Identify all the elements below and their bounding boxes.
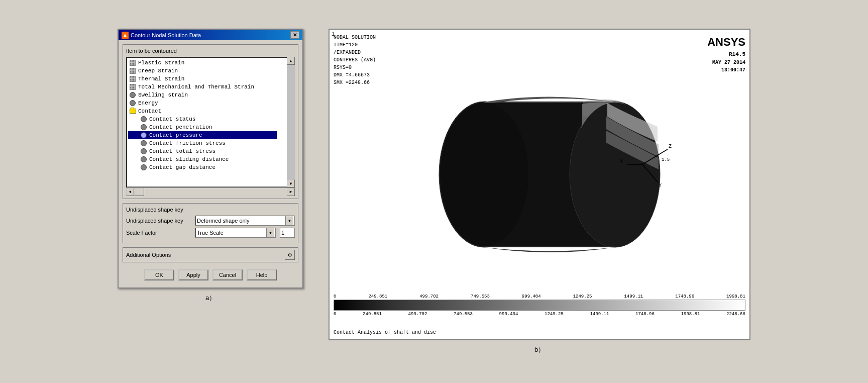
list-item[interactable]: Contact bbox=[128, 107, 277, 115]
undisplaced-key-label: Undisplaced shape key bbox=[126, 218, 191, 224]
circle-icon bbox=[140, 148, 147, 155]
gear-button[interactable]: ⚙ bbox=[285, 250, 295, 260]
legend-label-0: 0 bbox=[334, 294, 336, 299]
panel-b-label: b） bbox=[534, 345, 545, 354]
cancel-button[interactable]: Cancel bbox=[212, 269, 243, 280]
undisplaced-key-row: Undisplaced shape key Deformed shape onl… bbox=[126, 216, 295, 226]
legend-top-labels: 0 249.851 499.702 749.553 999.404 1249.2… bbox=[334, 294, 745, 299]
cylinder-svg: Z Y X 1.5 bbox=[411, 71, 688, 272]
scroll-right-button[interactable]: ► bbox=[287, 188, 295, 196]
list-item-selected[interactable]: Contact pressure bbox=[128, 131, 277, 139]
circle-icon bbox=[129, 91, 136, 99]
vertical-scrollbar[interactable]: ▲ ▼ bbox=[287, 57, 295, 187]
grid-icon bbox=[129, 59, 136, 66]
model-area: Z Y X 1.5 bbox=[370, 55, 729, 289]
select-arrow-2[interactable]: ▼ bbox=[266, 228, 274, 237]
legend-label-3: 749.553 bbox=[471, 294, 490, 299]
undisplaced-key-select[interactable]: Deformed shape only ▼ bbox=[195, 216, 295, 226]
dialog-titlebar: ▲ Contour Nodal Solution Data ✕ bbox=[119, 30, 302, 40]
ansys-viewer: 1 NODAL SOLUTION TIME=120 /EXPANDED CONT… bbox=[329, 29, 750, 340]
undisplaced-group-box: Undisplaced shape key Undisplaced shape … bbox=[123, 203, 298, 243]
scale-factor-row: Scale Factor True Scale ▼ bbox=[126, 228, 295, 238]
legend-label-2: 499.702 bbox=[419, 294, 439, 299]
scale-factor-input[interactable] bbox=[280, 228, 295, 238]
close-button[interactable]: ✕ bbox=[290, 31, 299, 39]
list-item[interactable]: Contact total stress bbox=[128, 147, 277, 155]
horizontal-scrollbar[interactable]: ◄ ► bbox=[126, 187, 295, 196]
svg-text:Y: Y bbox=[659, 183, 662, 188]
list-container[interactable]: Plastic Strain Creep Strain bbox=[126, 57, 295, 187]
legend-bot-4: 999.404 bbox=[499, 312, 518, 317]
svg-text:Z: Z bbox=[669, 144, 672, 149]
legend-bot-6: 1499.11 bbox=[590, 312, 609, 317]
legend-bot-7: 1748.96 bbox=[635, 312, 655, 317]
list-wrapper: Plastic Strain Creep Strain bbox=[126, 57, 295, 187]
grid-icon bbox=[129, 83, 136, 90]
list-item[interactable]: Energy bbox=[128, 99, 277, 107]
help-button[interactable]: Help bbox=[247, 269, 277, 280]
list-item[interactable]: Contact gap distance bbox=[128, 163, 277, 171]
legend-label-6: 1499.11 bbox=[624, 294, 643, 299]
grid-icon bbox=[129, 75, 136, 82]
legend-bot-3: 749.553 bbox=[454, 312, 473, 317]
list-item[interactable]: Contact sliding distance bbox=[128, 155, 277, 163]
circle-icon bbox=[140, 124, 147, 131]
scale-factor-value: True Scale bbox=[197, 230, 224, 236]
panel-a-label: a） bbox=[205, 294, 215, 303]
circle-icon bbox=[140, 132, 147, 139]
additional-options-row: Additional Options ⚙ bbox=[123, 247, 298, 262]
legend-label-8: 1998.81 bbox=[726, 294, 745, 299]
ansys-panel: 1 NODAL SOLUTION TIME=120 /EXPANDED CONT… bbox=[326, 29, 753, 354]
scrollbar-track bbox=[287, 65, 295, 179]
circle-icon bbox=[140, 140, 147, 147]
legend-label-5: 1249.25 bbox=[573, 294, 592, 299]
folder-icon bbox=[129, 108, 136, 115]
scroll-left-button[interactable]: ◄ bbox=[126, 188, 134, 196]
circle-icon bbox=[140, 116, 147, 123]
list-items: Plastic Strain Creep Strain bbox=[127, 58, 286, 172]
scrollbar-thumb[interactable] bbox=[134, 188, 144, 196]
list-item[interactable]: Creep Strain bbox=[128, 67, 277, 75]
select-arrow[interactable]: ▼ bbox=[285, 216, 293, 225]
undisplaced-group-title: Undisplaced shape key bbox=[126, 207, 295, 213]
legend-bar bbox=[334, 300, 745, 311]
item-group-title: Item to be contoured bbox=[126, 48, 295, 54]
ansys-brand: ANSYS bbox=[707, 34, 745, 50]
scale-factor-label: Scale Factor bbox=[126, 230, 191, 236]
dialog-body: Item to be contoured Plastic Strain bbox=[119, 40, 302, 288]
legend-bot-5: 1249.25 bbox=[545, 312, 564, 317]
list-item[interactable]: Contact status bbox=[128, 115, 277, 123]
nodal-solution-label: NODAL SOLUTION bbox=[334, 34, 376, 41]
list-item[interactable]: Swelling strain bbox=[128, 91, 277, 99]
scroll-up-button[interactable]: ▲ bbox=[287, 57, 295, 65]
scale-factor-select[interactable]: True Scale ▼ bbox=[195, 228, 276, 238]
legend-bot-9: 2248.66 bbox=[726, 312, 745, 317]
svg-text:1.5: 1.5 bbox=[662, 157, 670, 162]
titlebar-left: ▲ Contour Nodal Solution Data bbox=[122, 32, 201, 39]
scroll-down-button[interactable]: ▼ bbox=[287, 179, 295, 187]
legend-bot-1: 249.851 bbox=[363, 312, 382, 317]
svg-text:X: X bbox=[620, 159, 623, 164]
main-container: ▲ Contour Nodal Solution Data ✕ Item to … bbox=[0, 19, 868, 364]
list-item[interactable]: Contact friction stress bbox=[128, 139, 277, 147]
legend-bottom-labels: 0 249.851 499.702 749.553 999.404 1249.2… bbox=[334, 312, 745, 317]
apply-button[interactable]: Apply bbox=[178, 269, 208, 280]
legend-container: 0 249.851 499.702 749.553 999.404 1249.2… bbox=[334, 294, 745, 317]
time-label: TIME=120 bbox=[334, 41, 376, 49]
legend-bot-8: 1998.81 bbox=[681, 312, 700, 317]
list-item[interactable]: Thermal Strain bbox=[128, 75, 277, 83]
ok-button[interactable]: OK bbox=[144, 269, 174, 280]
dialog-panel: ▲ Contour Nodal Solution Data ✕ Item to … bbox=[115, 29, 306, 303]
list-item[interactable]: Plastic Strain bbox=[128, 59, 277, 67]
list-item[interactable]: Total Mechanical and Thermal Strain bbox=[128, 83, 277, 91]
window-icon: ▲ bbox=[122, 32, 129, 39]
dialog-buttons: OK Apply Cancel Help bbox=[123, 266, 298, 283]
legend-bot-0: 0 bbox=[334, 312, 336, 317]
grid-icon bbox=[129, 67, 136, 74]
dialog-window: ▲ Contour Nodal Solution Data ✕ Item to … bbox=[118, 29, 303, 289]
legend-label-7: 1748.96 bbox=[675, 294, 694, 299]
list-item[interactable]: Contact penetration bbox=[128, 123, 277, 131]
h-scrollbar-track bbox=[134, 188, 287, 196]
circle-icon bbox=[129, 100, 136, 107]
undisplaced-key-value: Deformed shape only bbox=[197, 218, 250, 224]
